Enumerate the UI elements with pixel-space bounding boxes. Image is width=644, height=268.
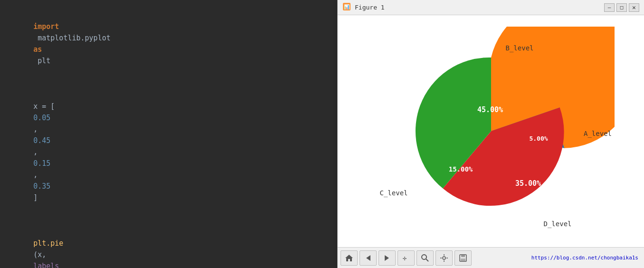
pan-button[interactable]: ✛ [398, 250, 415, 266]
figure-window: 📊 Figure 1 — □ ✕ [337, 0, 644, 268]
b-level-pct: 45.00% [477, 105, 502, 114]
window-controls: — □ ✕ [604, 3, 639, 12]
toolbar-url: https://blog.csdn.net/chongbaika1s [531, 255, 638, 261]
figure-title: Figure 1 [355, 4, 385, 11]
a-level-label: A_level [584, 130, 612, 138]
svg-marker-6 [385, 255, 389, 261]
a-level-pct: 5.00% [529, 135, 548, 142]
c-level-label: C_level [379, 189, 407, 197]
home-button[interactable] [341, 250, 358, 266]
pie-chart: 45.00% 5.00% 35.00% 15.00% B_level A_lev… [368, 27, 615, 236]
figure-toolbar: ✛ [338, 247, 644, 268]
svg-rect-17 [461, 258, 465, 261]
svg-text:✛: ✛ [403, 254, 407, 262]
figure-titlebar: 📊 Figure 1 — □ ✕ [338, 0, 644, 15]
d-level-label: D_level [543, 220, 571, 228]
keyword-import: import [33, 22, 59, 31]
svg-text:📊: 📊 [344, 4, 350, 10]
code-area[interactable]: import matplotlib.pyplot as plt x = [ 0.… [0, 0, 337, 268]
code-editor: import matplotlib.pyplot as plt x = [ 0.… [0, 0, 337, 268]
forward-button[interactable] [379, 250, 396, 266]
svg-line-9 [426, 259, 428, 261]
svg-marker-4 [345, 255, 353, 261]
svg-rect-16 [461, 255, 465, 257]
minimize-button[interactable]: — [604, 3, 615, 12]
d-level-pct: 35.00% [515, 179, 540, 188]
svg-marker-5 [366, 255, 370, 261]
figure-icon: 📊 [342, 2, 351, 12]
close-button[interactable]: ✕ [629, 3, 639, 12]
toolbar-buttons: ✛ [341, 250, 472, 266]
maximize-button[interactable]: □ [616, 3, 627, 12]
figure-canvas: 45.00% 5.00% 35.00% 15.00% B_level A_lev… [338, 15, 644, 247]
save-button[interactable] [455, 250, 472, 266]
svg-point-10 [443, 257, 445, 259]
settings-button[interactable] [436, 250, 453, 266]
c-level-pct: 15.00% [448, 165, 473, 173]
zoom-button[interactable] [417, 250, 434, 266]
back-button[interactable] [360, 250, 377, 266]
svg-point-8 [422, 255, 426, 259]
b-level-label: B_level [505, 44, 533, 52]
